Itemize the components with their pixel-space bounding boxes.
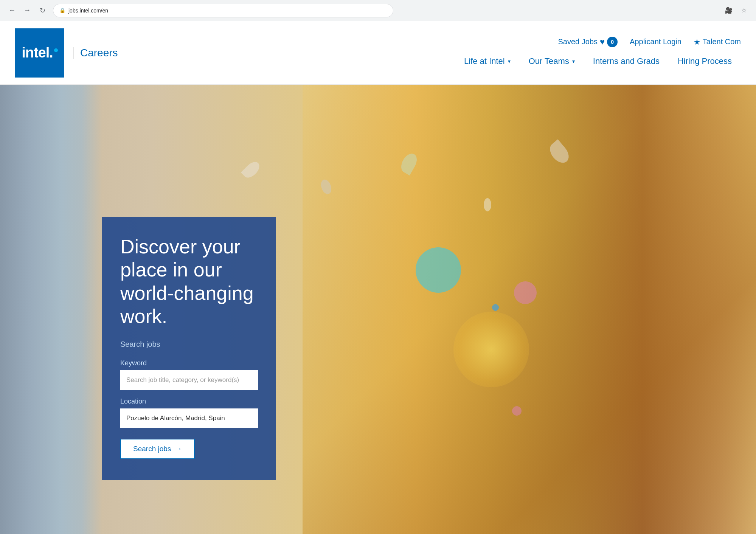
intel-logo-dot bbox=[54, 48, 58, 52]
talent-com-link[interactable]: ★ Talent Com bbox=[694, 37, 741, 47]
bookmark-icon: ☆ bbox=[741, 7, 747, 14]
back-button[interactable]: ← bbox=[6, 5, 18, 17]
intel-logo[interactable]: intel. bbox=[15, 28, 64, 78]
confetti-dot-2 bbox=[512, 406, 522, 416]
nav-life-at-intel[interactable]: Life at Intel ▾ bbox=[455, 53, 520, 69]
location-input[interactable] bbox=[120, 408, 258, 428]
talent-com-label: Talent Com bbox=[703, 37, 741, 46]
city-background-overlay bbox=[0, 85, 102, 534]
search-jobs-label: Search jobs bbox=[120, 340, 258, 349]
nav-life-at-intel-label: Life at Intel bbox=[464, 56, 505, 66]
applicant-login-label: Applicant Login bbox=[630, 37, 681, 46]
location-label: Location bbox=[120, 397, 258, 405]
saved-jobs-link[interactable]: Saved Jobs ♥ 0 bbox=[558, 37, 618, 47]
arrow-icon: → bbox=[175, 445, 182, 453]
saved-jobs-badge: 0 bbox=[607, 37, 618, 47]
search-jobs-button-label: Search jobs bbox=[133, 445, 171, 453]
saved-jobs-label: Saved Jobs bbox=[558, 37, 598, 46]
petal-4 bbox=[484, 198, 491, 211]
nav-hiring-process-label: Hiring Process bbox=[678, 56, 732, 66]
bokeh-circle-1 bbox=[416, 247, 461, 293]
url-text: jobs.intel.com/en bbox=[68, 8, 108, 14]
site-wrapper: intel. Careers Saved Jobs ♥ 0 Applicant … bbox=[0, 21, 756, 534]
search-card: Discover your place in our world-changin… bbox=[102, 217, 276, 480]
header-left: intel. Careers bbox=[15, 28, 118, 78]
nav-our-teams-label: Our Teams bbox=[529, 56, 569, 66]
keyword-label: Keyword bbox=[120, 359, 258, 367]
heart-icon: ♥ bbox=[600, 37, 605, 47]
location-group: Location bbox=[120, 397, 258, 428]
site-header: intel. Careers Saved Jobs ♥ 0 Applicant … bbox=[0, 21, 756, 85]
intel-logo-text: intel. bbox=[22, 45, 58, 61]
bokeh-large bbox=[453, 312, 529, 387]
header-nav: Life at Intel ▾ Our Teams ▾ Interns and … bbox=[455, 53, 741, 69]
bookmark-button[interactable]: ☆ bbox=[738, 5, 750, 17]
camera-off-button[interactable]: 🎥 bbox=[723, 5, 735, 17]
nav-interns-grads-label: Interns and Grads bbox=[593, 56, 660, 66]
header-top-links: Saved Jobs ♥ 0 Applicant Login ★ Talent … bbox=[558, 37, 741, 47]
chevron-down-icon-2: ▾ bbox=[572, 58, 575, 64]
address-bar[interactable]: 🔒 jobs.intel.com/en bbox=[53, 4, 393, 17]
header-right: Saved Jobs ♥ 0 Applicant Login ★ Talent … bbox=[455, 37, 741, 69]
browser-chrome: ← → ↻ 🔒 jobs.intel.com/en 🎥 ☆ bbox=[0, 0, 756, 21]
browser-actions: 🎥 ☆ bbox=[723, 5, 750, 17]
nav-our-teams[interactable]: Our Teams ▾ bbox=[520, 53, 584, 69]
hero-right-overlay bbox=[303, 85, 756, 534]
hero-headline: Discover your place in our world-changin… bbox=[120, 235, 258, 328]
lock-icon: 🔒 bbox=[59, 8, 65, 13]
confetti-dot-1 bbox=[492, 304, 499, 311]
chevron-down-icon: ▾ bbox=[508, 58, 511, 64]
search-jobs-button[interactable]: Search jobs → bbox=[120, 439, 195, 459]
keyword-group: Keyword bbox=[120, 359, 258, 390]
refresh-button[interactable]: ↻ bbox=[36, 5, 48, 17]
nav-interns-grads[interactable]: Interns and Grads bbox=[584, 53, 669, 69]
bokeh-circle-3 bbox=[514, 281, 537, 304]
hero-section: Discover your place in our world-changin… bbox=[0, 85, 756, 534]
star-icon: ★ bbox=[694, 37, 700, 47]
nav-hiring-process[interactable]: Hiring Process bbox=[669, 53, 741, 69]
careers-label: Careers bbox=[73, 47, 118, 59]
keyword-input[interactable] bbox=[120, 370, 258, 390]
forward-button[interactable]: → bbox=[21, 5, 33, 17]
browser-nav-buttons: ← → ↻ bbox=[6, 5, 48, 17]
applicant-login-link[interactable]: Applicant Login bbox=[630, 37, 681, 46]
camera-off-icon: 🎥 bbox=[725, 7, 733, 14]
